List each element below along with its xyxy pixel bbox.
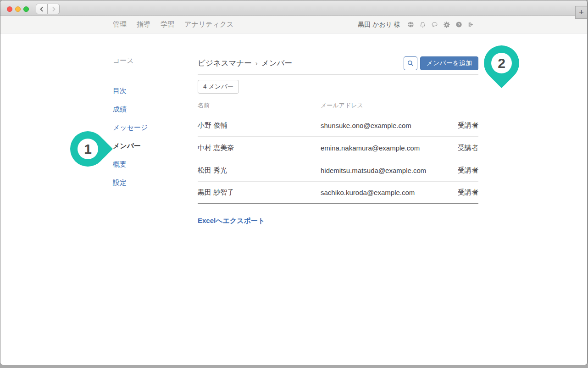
table-row: 小野 俊輔 shunsuke.ono@example.com 受講者 — [198, 114, 478, 137]
breadcrumb: ビジネスマナー›メンバー — [198, 58, 292, 68]
member-role: 受講者 — [442, 188, 478, 197]
member-email: shunsuke.ono@example.com — [321, 122, 442, 129]
member-count-badge: 4 メンバー — [198, 80, 239, 94]
logout-icon[interactable] — [467, 21, 474, 28]
sidebar-item-overview[interactable]: 概要 — [113, 160, 186, 169]
back-button[interactable] — [36, 4, 48, 14]
annotation-callout-2: 2 — [484, 45, 519, 81]
table-row: 中村 恵美奈 emina.nakamura@example.com 受講者 — [198, 137, 478, 159]
table-row: 松田 秀光 hidemitsu.matsuda@example.com 受講者 — [198, 159, 478, 182]
add-member-button[interactable]: メンバーを追加 — [420, 56, 478, 70]
table-row: 黒田 紗智子 sachiko.kuroda@example.com 受講者 — [198, 182, 478, 204]
member-name: 小野 俊輔 — [198, 121, 321, 130]
new-tab-button[interactable]: + — [575, 6, 587, 19]
breadcrumb-course[interactable]: ビジネスマナー — [198, 59, 252, 67]
member-email: hidemitsu.matsuda@example.com — [321, 167, 442, 174]
member-role: 受講者 — [442, 121, 478, 130]
svg-text:?: ? — [458, 22, 460, 27]
member-role: 受講者 — [442, 166, 478, 175]
breadcrumb-page: メンバー — [261, 59, 292, 67]
back-icon — [39, 6, 44, 12]
export-to-excel-link[interactable]: Excelへエクスポート — [198, 217, 265, 225]
member-name: 黒田 紗智子 — [198, 188, 321, 197]
nav-item-learning[interactable]: 学習 — [161, 20, 174, 29]
bell-icon[interactable] — [419, 21, 426, 28]
gear-icon[interactable] — [443, 21, 450, 28]
traffic-lights — [7, 6, 29, 12]
forward-icon — [51, 6, 56, 12]
sidebar-item-grades[interactable]: 成績 — [113, 105, 186, 114]
history-buttons — [36, 4, 60, 14]
callout-number: 2 — [491, 53, 512, 73]
sidebar-item-members[interactable]: メンバー — [113, 141, 186, 151]
page-header: ビジネスマナー›メンバー メンバーを追加 — [198, 56, 478, 71]
header-divider — [198, 74, 478, 75]
column-header-email: メールアドレス — [321, 101, 442, 110]
forward-button[interactable] — [48, 4, 60, 14]
sidebar-title-course: コース — [113, 56, 186, 65]
members-page: ビジネスマナー›メンバー メンバーを追加 4 メンバー 名前 メールアドレス 小… — [198, 56, 478, 225]
member-name: 中村 恵美奈 — [198, 144, 321, 152]
sidebar-item-messages[interactable]: メッセージ — [113, 123, 186, 132]
sidebar-item-toc[interactable]: 目次 — [113, 86, 186, 95]
browser-window: + 管理 指導 学習 アナリティクス 黒田 かおり 様 ? — [0, 0, 588, 365]
globe-icon[interactable] — [407, 21, 414, 28]
help-icon[interactable]: ? — [455, 21, 462, 28]
header-actions: メンバーを追加 — [404, 56, 478, 70]
breadcrumb-separator: › — [255, 59, 258, 67]
nav-item-admin[interactable]: 管理 — [113, 20, 127, 29]
app-navbar: 管理 指導 学習 アナリティクス 黒田 かおり 様 ? — [0, 16, 587, 33]
member-table: 名前 メールアドレス 小野 俊輔 shunsuke.ono@example.co… — [198, 100, 478, 204]
member-email: emina.nakamura@example.com — [321, 144, 442, 152]
table-header: 名前 メールアドレス — [198, 100, 478, 114]
member-role: 受講者 — [442, 144, 478, 152]
search-button[interactable] — [404, 56, 417, 70]
annotation-callout-1: 1 — [70, 131, 105, 167]
chat-icon[interactable] — [431, 21, 438, 28]
close-window-button[interactable] — [7, 6, 12, 12]
user-name[interactable]: 黒田 かおり 様 — [358, 21, 400, 29]
nav-item-teaching[interactable]: 指導 — [137, 20, 150, 29]
member-name: 松田 秀光 — [198, 166, 321, 175]
member-email: sachiko.kuroda@example.com — [321, 189, 442, 196]
nav-item-analytics[interactable]: アナリティクス — [184, 20, 233, 29]
search-icon — [407, 60, 414, 67]
sidebar-item-settings[interactable]: 設定 — [113, 178, 186, 187]
callout-number: 1 — [78, 139, 98, 159]
primary-nav: 管理 指導 学習 アナリティクス — [113, 20, 233, 29]
titlebar: + — [0, 0, 587, 16]
user-toolbar: 黒田 かおり 様 ? — [358, 21, 474, 29]
zoom-window-button[interactable] — [23, 6, 29, 12]
minimize-window-button[interactable] — [15, 6, 21, 12]
column-header-name: 名前 — [198, 101, 321, 110]
course-sidebar: コース 目次 成績 メッセージ メンバー 概要 設定 — [113, 56, 186, 196]
